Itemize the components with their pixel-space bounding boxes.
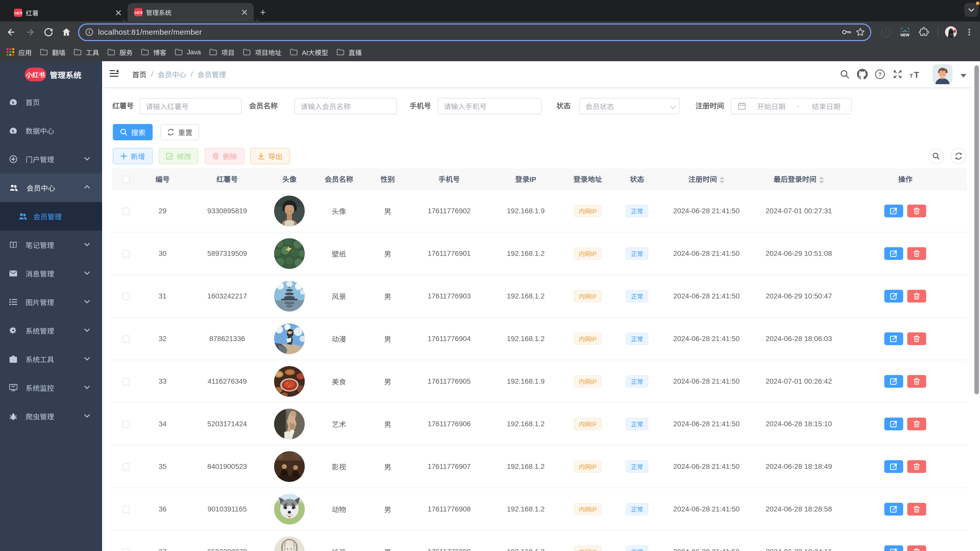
svg-text:?: ?: [878, 71, 881, 78]
svg-text:T: T: [914, 70, 919, 79]
svg-text:T: T: [910, 73, 913, 79]
